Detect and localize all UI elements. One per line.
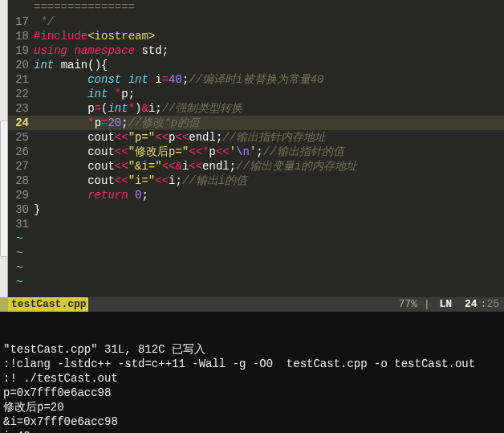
terminal-line: 修改后p=20 — [3, 400, 501, 415]
status-filename: testCast.cpp — [11, 297, 87, 312]
code-line[interactable]: 26 cout<<"修改后p="<<*p<<'\n';//输出指针的值 — [8, 145, 504, 159]
code-line[interactable]: 17 */ — [8, 14, 504, 29]
line-number: 21 — [8, 72, 34, 87]
code-editor[interactable]: =============== 17 */18#include<iostream… — [0, 0, 504, 297]
line-number: 25 — [8, 130, 34, 145]
code-content[interactable]: int main(){ — [34, 58, 504, 72]
editor-top-marker: =============== — [8, 0, 504, 14]
line-number: 17 — [8, 14, 34, 29]
terminal-line: p=0x7fff0e6acc98 — [3, 386, 501, 400]
code-line[interactable]: 21 const int i=40;//编译时i被替换为常量40 — [8, 72, 504, 87]
terminal-line: &i=0x7fff0e6acc98 — [3, 415, 501, 429]
line-number: 28 — [8, 174, 34, 188]
line-number: 23 — [8, 101, 34, 116]
code-line[interactable]: 24 *p=20;//修改*p的值 — [8, 116, 504, 130]
code-line[interactable]: 29 return 0; — [8, 188, 504, 202]
terminal-line: :!clang -lstdc++ -std=c++11 -Wall -g -O0… — [3, 357, 501, 371]
status-position: 77% | LN 24:25 — [399, 297, 504, 312]
code-content[interactable]: cout<<"&i="<<&i<<endl;//输出变量i的内存地址 — [34, 159, 504, 174]
status-file-section: testCast.cpp — [0, 297, 88, 312]
code-content[interactable]: using namespace std; — [34, 43, 504, 58]
terminal-line: :! ./testCast.out — [3, 371, 501, 386]
empty-line-tilde: ~ — [8, 231, 504, 246]
status-col: 25 — [486, 298, 499, 310]
line-number: 26 — [8, 145, 34, 159]
line-number: 18 — [8, 29, 34, 43]
mode-indicator — [0, 297, 8, 312]
status-ln-label: LN — [440, 298, 453, 310]
code-content[interactable]: const int i=40;//编译时i被替换为常量40 — [34, 72, 504, 87]
code-line[interactable]: 30} — [8, 202, 504, 217]
status-bar: testCast.cpp 77% | LN 24:25 — [0, 297, 504, 312]
empty-line-tilde: ~ — [8, 275, 504, 289]
code-line[interactable]: 25 cout<<"p="<<p<<endl;//输出指针内存地址 — [8, 130, 504, 145]
status-percent: 77% — [399, 298, 417, 310]
code-content[interactable]: } — [34, 202, 504, 217]
line-number: 29 — [8, 188, 34, 202]
line-number: 30 — [8, 202, 34, 217]
code-line[interactable]: 23 p=(int*)&i;//强制类型转换 — [8, 101, 504, 116]
terminal-line: "testCast.cpp" 31L, 812C 已写入 — [3, 342, 501, 357]
code-line[interactable]: 20int main(){ — [8, 58, 504, 72]
code-content[interactable]: cout<<"修改后p="<<*p<<'\n';//输出指针的值 — [34, 145, 504, 159]
code-line[interactable]: 22 int *p; — [8, 87, 504, 101]
status-row: 24 — [465, 298, 478, 310]
code-content[interactable]: #include<iostream> — [34, 29, 504, 43]
code-content[interactable]: return 0; — [34, 188, 504, 202]
code-content[interactable]: cout<<"i="<<i;//输出i的值 — [34, 174, 504, 188]
scroll-thumb[interactable] — [0, 121, 8, 257]
empty-line-tilde: ~ — [8, 260, 504, 275]
empty-line-tilde: ~ — [8, 246, 504, 260]
code-content[interactable]: int *p; — [34, 87, 504, 101]
terminal-line: i=40 — [3, 429, 501, 433]
code-line[interactable]: 18#include<iostream> — [8, 29, 504, 43]
code-content[interactable]: *p=20;//修改*p的值 — [34, 116, 504, 130]
line-number: 22 — [8, 87, 34, 101]
line-number: 19 — [8, 43, 34, 58]
code-content[interactable]: */ — [34, 14, 504, 29]
code-line[interactable]: 19using namespace std; — [8, 43, 504, 58]
line-number: 24 — [8, 116, 34, 130]
code-content[interactable]: p=(int*)&i;//强制类型转换 — [34, 101, 504, 116]
vertical-scrollbar[interactable] — [0, 0, 8, 297]
code-content[interactable]: cout<<"p="<<p<<endl;//输出指针内存地址 — [34, 130, 504, 145]
code-line[interactable]: 27 cout<<"&i="<<&i<<endl;//输出变量i的内存地址 — [8, 159, 504, 174]
code-content[interactable] — [34, 217, 504, 231]
code-line[interactable]: 28 cout<<"i="<<i;//输出i的值 — [8, 174, 504, 188]
terminal-output[interactable]: "testCast.cpp" 31L, 812C 已写入:!clang -lst… — [0, 312, 504, 433]
line-number: 27 — [8, 159, 34, 174]
line-number: 20 — [8, 58, 34, 72]
code-line[interactable]: 31 — [8, 217, 504, 231]
line-number: 31 — [8, 217, 34, 231]
